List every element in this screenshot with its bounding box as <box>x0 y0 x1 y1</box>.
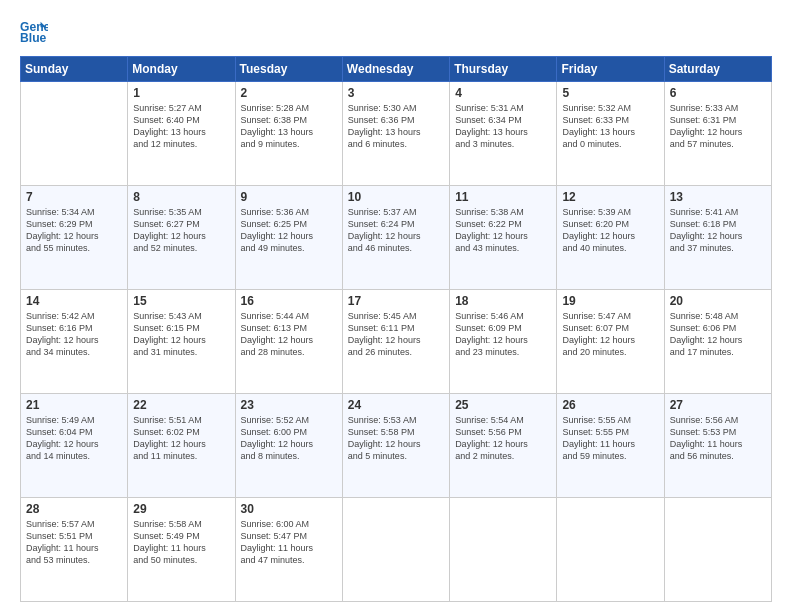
weekday-sunday: Sunday <box>21 57 128 82</box>
weekday-thursday: Thursday <box>450 57 557 82</box>
cell-info: Sunrise: 5:28 AM Sunset: 6:38 PM Dayligh… <box>241 102 337 151</box>
cell-info: Sunrise: 5:36 AM Sunset: 6:25 PM Dayligh… <box>241 206 337 255</box>
cell-info: Sunrise: 5:44 AM Sunset: 6:13 PM Dayligh… <box>241 310 337 359</box>
cell-info: Sunrise: 5:51 AM Sunset: 6:02 PM Dayligh… <box>133 414 229 463</box>
cell-info: Sunrise: 5:57 AM Sunset: 5:51 PM Dayligh… <box>26 518 122 567</box>
weekday-friday: Friday <box>557 57 664 82</box>
cell-info: Sunrise: 5:38 AM Sunset: 6:22 PM Dayligh… <box>455 206 551 255</box>
day-number: 17 <box>348 294 444 308</box>
calendar-cell: 24Sunrise: 5:53 AM Sunset: 5:58 PM Dayli… <box>342 394 449 498</box>
weekday-header-row: SundayMondayTuesdayWednesdayThursdayFrid… <box>21 57 772 82</box>
calendar-cell: 4Sunrise: 5:31 AM Sunset: 6:34 PM Daylig… <box>450 82 557 186</box>
day-number: 6 <box>670 86 766 100</box>
calendar-cell: 28Sunrise: 5:57 AM Sunset: 5:51 PM Dayli… <box>21 498 128 602</box>
calendar-cell: 30Sunrise: 6:00 AM Sunset: 5:47 PM Dayli… <box>235 498 342 602</box>
day-number: 14 <box>26 294 122 308</box>
cell-info: Sunrise: 5:56 AM Sunset: 5:53 PM Dayligh… <box>670 414 766 463</box>
cell-info: Sunrise: 5:43 AM Sunset: 6:15 PM Dayligh… <box>133 310 229 359</box>
calendar-table: SundayMondayTuesdayWednesdayThursdayFrid… <box>20 56 772 602</box>
day-number: 21 <box>26 398 122 412</box>
day-number: 3 <box>348 86 444 100</box>
calendar-cell: 19Sunrise: 5:47 AM Sunset: 6:07 PM Dayli… <box>557 290 664 394</box>
calendar-cell <box>664 498 771 602</box>
calendar-cell: 7Sunrise: 5:34 AM Sunset: 6:29 PM Daylig… <box>21 186 128 290</box>
calendar-cell: 23Sunrise: 5:52 AM Sunset: 6:00 PM Dayli… <box>235 394 342 498</box>
week-row-0: 1Sunrise: 5:27 AM Sunset: 6:40 PM Daylig… <box>21 82 772 186</box>
calendar-cell: 14Sunrise: 5:42 AM Sunset: 6:16 PM Dayli… <box>21 290 128 394</box>
day-number: 15 <box>133 294 229 308</box>
day-number: 18 <box>455 294 551 308</box>
day-number: 7 <box>26 190 122 204</box>
week-row-2: 14Sunrise: 5:42 AM Sunset: 6:16 PM Dayli… <box>21 290 772 394</box>
cell-info: Sunrise: 5:55 AM Sunset: 5:55 PM Dayligh… <box>562 414 658 463</box>
day-number: 20 <box>670 294 766 308</box>
cell-info: Sunrise: 5:37 AM Sunset: 6:24 PM Dayligh… <box>348 206 444 255</box>
calendar-cell: 11Sunrise: 5:38 AM Sunset: 6:22 PM Dayli… <box>450 186 557 290</box>
week-row-3: 21Sunrise: 5:49 AM Sunset: 6:04 PM Dayli… <box>21 394 772 498</box>
calendar-cell: 10Sunrise: 5:37 AM Sunset: 6:24 PM Dayli… <box>342 186 449 290</box>
day-number: 10 <box>348 190 444 204</box>
day-number: 1 <box>133 86 229 100</box>
page: General Blue SundayMondayTuesdayWednesda… <box>0 0 792 612</box>
calendar-body: 1Sunrise: 5:27 AM Sunset: 6:40 PM Daylig… <box>21 82 772 602</box>
calendar-cell: 17Sunrise: 5:45 AM Sunset: 6:11 PM Dayli… <box>342 290 449 394</box>
cell-info: Sunrise: 5:41 AM Sunset: 6:18 PM Dayligh… <box>670 206 766 255</box>
calendar-cell: 8Sunrise: 5:35 AM Sunset: 6:27 PM Daylig… <box>128 186 235 290</box>
calendar-cell: 18Sunrise: 5:46 AM Sunset: 6:09 PM Dayli… <box>450 290 557 394</box>
cell-info: Sunrise: 5:33 AM Sunset: 6:31 PM Dayligh… <box>670 102 766 151</box>
day-number: 16 <box>241 294 337 308</box>
calendar-cell <box>557 498 664 602</box>
week-row-4: 28Sunrise: 5:57 AM Sunset: 5:51 PM Dayli… <box>21 498 772 602</box>
cell-info: Sunrise: 6:00 AM Sunset: 5:47 PM Dayligh… <box>241 518 337 567</box>
day-number: 24 <box>348 398 444 412</box>
svg-text:Blue: Blue <box>20 31 47 45</box>
calendar-cell <box>450 498 557 602</box>
cell-info: Sunrise: 5:32 AM Sunset: 6:33 PM Dayligh… <box>562 102 658 151</box>
day-number: 12 <box>562 190 658 204</box>
cell-info: Sunrise: 5:53 AM Sunset: 5:58 PM Dayligh… <box>348 414 444 463</box>
cell-info: Sunrise: 5:54 AM Sunset: 5:56 PM Dayligh… <box>455 414 551 463</box>
day-number: 27 <box>670 398 766 412</box>
calendar-cell: 26Sunrise: 5:55 AM Sunset: 5:55 PM Dayli… <box>557 394 664 498</box>
calendar-cell <box>21 82 128 186</box>
day-number: 19 <box>562 294 658 308</box>
calendar-cell: 9Sunrise: 5:36 AM Sunset: 6:25 PM Daylig… <box>235 186 342 290</box>
logo: General Blue <box>20 18 54 46</box>
day-number: 5 <box>562 86 658 100</box>
calendar-cell: 22Sunrise: 5:51 AM Sunset: 6:02 PM Dayli… <box>128 394 235 498</box>
calendar-cell: 1Sunrise: 5:27 AM Sunset: 6:40 PM Daylig… <box>128 82 235 186</box>
day-number: 26 <box>562 398 658 412</box>
weekday-saturday: Saturday <box>664 57 771 82</box>
calendar-cell: 2Sunrise: 5:28 AM Sunset: 6:38 PM Daylig… <box>235 82 342 186</box>
weekday-monday: Monday <box>128 57 235 82</box>
header: General Blue <box>20 18 772 46</box>
calendar-cell: 5Sunrise: 5:32 AM Sunset: 6:33 PM Daylig… <box>557 82 664 186</box>
cell-info: Sunrise: 5:35 AM Sunset: 6:27 PM Dayligh… <box>133 206 229 255</box>
logo-icon: General Blue <box>20 18 48 46</box>
cell-info: Sunrise: 5:34 AM Sunset: 6:29 PM Dayligh… <box>26 206 122 255</box>
cell-info: Sunrise: 5:42 AM Sunset: 6:16 PM Dayligh… <box>26 310 122 359</box>
cell-info: Sunrise: 5:48 AM Sunset: 6:06 PM Dayligh… <box>670 310 766 359</box>
day-number: 8 <box>133 190 229 204</box>
week-row-1: 7Sunrise: 5:34 AM Sunset: 6:29 PM Daylig… <box>21 186 772 290</box>
day-number: 11 <box>455 190 551 204</box>
cell-info: Sunrise: 5:49 AM Sunset: 6:04 PM Dayligh… <box>26 414 122 463</box>
day-number: 23 <box>241 398 337 412</box>
day-number: 9 <box>241 190 337 204</box>
weekday-wednesday: Wednesday <box>342 57 449 82</box>
calendar-cell: 29Sunrise: 5:58 AM Sunset: 5:49 PM Dayli… <box>128 498 235 602</box>
day-number: 29 <box>133 502 229 516</box>
cell-info: Sunrise: 5:39 AM Sunset: 6:20 PM Dayligh… <box>562 206 658 255</box>
day-number: 4 <box>455 86 551 100</box>
calendar-cell: 20Sunrise: 5:48 AM Sunset: 6:06 PM Dayli… <box>664 290 771 394</box>
weekday-tuesday: Tuesday <box>235 57 342 82</box>
calendar-cell: 3Sunrise: 5:30 AM Sunset: 6:36 PM Daylig… <box>342 82 449 186</box>
day-number: 13 <box>670 190 766 204</box>
day-number: 28 <box>26 502 122 516</box>
calendar-cell <box>342 498 449 602</box>
cell-info: Sunrise: 5:47 AM Sunset: 6:07 PM Dayligh… <box>562 310 658 359</box>
day-number: 30 <box>241 502 337 516</box>
cell-info: Sunrise: 5:52 AM Sunset: 6:00 PM Dayligh… <box>241 414 337 463</box>
day-number: 22 <box>133 398 229 412</box>
calendar-cell: 13Sunrise: 5:41 AM Sunset: 6:18 PM Dayli… <box>664 186 771 290</box>
